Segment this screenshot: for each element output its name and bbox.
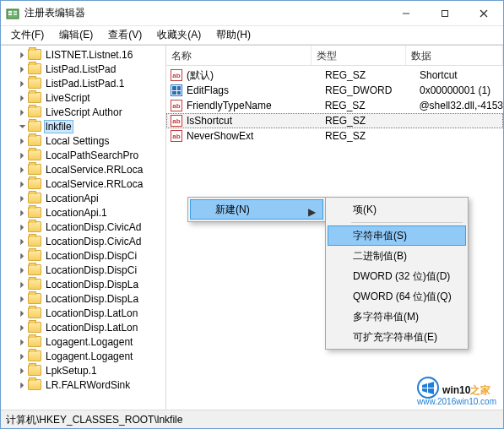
submenu-item-key[interactable]: 项(K)	[328, 199, 466, 220]
registry-tree[interactable]: ⏵LISTNET.Listnet.16⏵ListPad.ListPad⏵List…	[1, 46, 166, 410]
list-row[interactable]: (默认)REG_SZShortcut	[166, 68, 503, 83]
expand-icon[interactable]: ⏵	[18, 179, 27, 188]
tree-item[interactable]: ⏵ListPad.ListPad.1	[4, 76, 165, 90]
menu-file[interactable]: 文件(F)	[4, 26, 51, 44]
expand-icon[interactable]: ⏵	[18, 222, 27, 231]
tree-item[interactable]: ⏵LocationDisp.LatLon	[4, 306, 165, 320]
registry-editor-window: 注册表编辑器 文件(F) 编辑(E) 查看(V) 收藏夹(A) 帮助(H) ⏵L…	[0, 0, 504, 429]
tree-item[interactable]: ⏵LocationDisp.LatLon	[4, 320, 165, 334]
submenu-item-dword[interactable]: DWORD (32 位)值(D)	[328, 266, 466, 286]
context-menu[interactable]: 新建(N) ▶	[187, 197, 326, 222]
minimize-button[interactable]	[387, 1, 425, 25]
expand-icon[interactable]: ⏷	[18, 122, 27, 131]
list-row[interactable]: NeverShowExtREG_SZ	[166, 128, 503, 144]
folder-icon	[28, 193, 41, 204]
tree-item[interactable]: ⏵LISTNET.Listnet.16	[4, 47, 165, 62]
expand-icon[interactable]: ⏵	[18, 79, 27, 88]
tree-item-label: LiveScript Author	[44, 106, 124, 118]
expand-icon[interactable]: ⏵	[18, 93, 27, 102]
expand-icon[interactable]: ⏵	[18, 294, 27, 303]
tree-item[interactable]: ⏵LocationDisp.DispCi	[4, 263, 165, 277]
string-value-icon	[171, 115, 182, 127]
submenu-item-string[interactable]: 字符串值(S)	[328, 225, 466, 246]
folder-icon	[28, 106, 41, 117]
app-icon	[6, 7, 19, 20]
context-submenu-new[interactable]: 项(K)字符串值(S)二进制值(B)DWORD (32 位)值(D)QWORD …	[325, 197, 469, 350]
tree-item[interactable]: ⏵LocalService.RRLoca	[4, 162, 165, 176]
submenu-item-binary[interactable]: 二进制值(B)	[328, 246, 466, 266]
expand-icon[interactable]: ⏵	[18, 193, 27, 203]
column-data[interactable]: 数据	[406, 46, 503, 65]
column-type[interactable]: 类型	[312, 46, 406, 65]
tree-item[interactable]: ⏵Logagent.Logagent	[4, 349, 165, 363]
expand-icon[interactable]: ⏵	[18, 150, 27, 160]
tree-item-label: LocationDisp.DispLa	[44, 279, 140, 291]
expand-icon[interactable]: ⏵	[18, 323, 27, 332]
expand-icon[interactable]: ⏵	[18, 50, 27, 59]
expand-icon[interactable]: ⏵	[18, 351, 27, 361]
tree-item[interactable]: ⏵LiveScript	[4, 90, 165, 105]
expand-icon[interactable]: ⏵	[18, 136, 27, 145]
binary-value-icon	[171, 84, 182, 96]
expand-icon[interactable]: ⏵	[18, 265, 27, 274]
tree-item[interactable]: ⏵LocationApi	[4, 191, 165, 205]
submenu-item-expand[interactable]: 可扩充字符串值(E)	[328, 327, 466, 347]
expand-icon[interactable]: ⏵	[18, 251, 27, 260]
expand-icon[interactable]: ⏵	[18, 280, 27, 289]
tree-item[interactable]: ⏵LocationDisp.DispLa	[4, 277, 165, 291]
column-name[interactable]: 名称	[166, 46, 312, 65]
tree-item[interactable]: ⏵LocationDisp.DispLa	[4, 291, 165, 306]
expand-icon[interactable]: ⏵	[18, 380, 27, 389]
submenu-item-multi[interactable]: 多字符串值(M)	[328, 307, 466, 327]
title-bar[interactable]: 注册表编辑器	[1, 1, 503, 26]
tree-item-label: LpkSetup.1	[44, 365, 99, 377]
tree-item[interactable]: ⏵ListPad.ListPad	[4, 62, 165, 76]
expand-icon[interactable]: ⏵	[18, 308, 27, 318]
tree-item[interactable]: ⏵LocationDisp.DispCi	[4, 248, 165, 263]
tree-item[interactable]: ⏵LocationApi.1	[4, 205, 165, 220]
close-button[interactable]	[464, 1, 503, 25]
folder-icon	[28, 236, 41, 247]
expand-icon[interactable]: ⏵	[18, 107, 27, 117]
expand-icon[interactable]: ⏵	[18, 366, 27, 375]
submenu-item-label: 字符串值(S)	[353, 229, 407, 243]
submenu-item-label: 二进制值(B)	[353, 249, 407, 263]
tree-item[interactable]: ⏵LiveScript Author	[4, 105, 165, 119]
folder-icon	[28, 63, 41, 74]
tree-item[interactable]: ⏵LpkSetup.1	[4, 363, 165, 377]
tree-item[interactable]: ⏵Logagent.Logagent	[4, 334, 165, 349]
folder-icon	[28, 135, 41, 146]
value-type: REG_DWORD	[325, 84, 420, 96]
tree-item[interactable]: ⏵LocationDisp.CivicAd	[4, 220, 165, 234]
expand-icon[interactable]: ⏵	[18, 337, 27, 346]
list-row[interactable]: EditFlagsREG_DWORD0x00000001 (1)	[166, 83, 503, 98]
tree-item[interactable]: ⏵LocationDisp.CivicAd	[4, 234, 165, 248]
menu-favorites[interactable]: 收藏夹(A)	[150, 26, 208, 44]
tree-item[interactable]: ⏷lnkfile	[4, 119, 165, 133]
tree-item-label: ListPad.ListPad	[44, 63, 117, 75]
folder-icon	[28, 121, 41, 132]
list-row[interactable]: IsShortcutREG_SZ	[166, 113, 503, 128]
expand-icon[interactable]: ⏵	[18, 165, 27, 174]
menu-edit[interactable]: 编辑(E)	[52, 26, 100, 44]
context-menu-new[interactable]: 新建(N) ▶	[190, 199, 323, 220]
tree-item-label: Logagent.Logagent	[44, 336, 134, 348]
expand-icon[interactable]: ⏵	[18, 64, 27, 73]
expand-icon[interactable]: ⏵	[18, 236, 27, 246]
list-row[interactable]: FriendlyTypeNameREG_SZ@shell32.dll,-4153	[166, 98, 503, 113]
submenu-item-qword[interactable]: QWORD (64 位)值(Q)	[328, 286, 466, 307]
tree-item[interactable]: ⏵LR.FALRWordSink	[4, 377, 165, 392]
folder-icon	[28, 350, 41, 361]
tree-item-label: LocationDisp.LatLon	[44, 322, 139, 334]
maximize-button[interactable]	[425, 1, 464, 25]
folder-icon	[28, 279, 41, 290]
menu-help[interactable]: 帮助(H)	[209, 26, 257, 44]
menu-view[interactable]: 查看(V)	[101, 26, 149, 44]
tree-item-label: LocationDisp.CivicAd	[44, 221, 143, 233]
folder-icon	[28, 164, 41, 175]
string-value-icon	[171, 130, 182, 142]
tree-item[interactable]: ⏵Local Settings	[4, 133, 165, 148]
tree-item[interactable]: ⏵LocalPathSearchPro	[4, 148, 165, 162]
tree-item[interactable]: ⏵LocalService.RRLoca	[4, 176, 165, 191]
expand-icon[interactable]: ⏵	[18, 208, 27, 217]
